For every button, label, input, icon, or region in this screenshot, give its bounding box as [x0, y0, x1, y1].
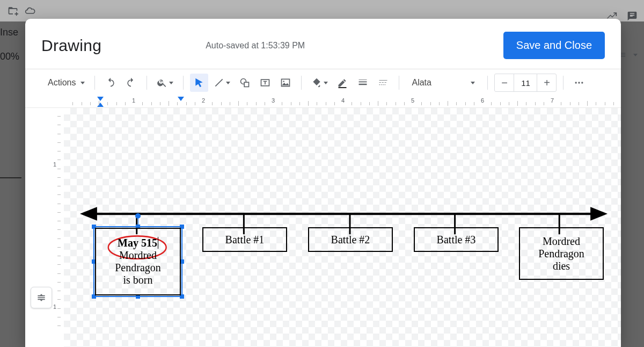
first-line-indent-marker[interactable] [97, 97, 104, 101]
rotation-handle[interactable] [135, 213, 141, 219]
timeline-box-4[interactable]: Battle #3 [414, 227, 499, 252]
pencil-underline-icon [337, 77, 348, 88]
zoom-icon [157, 77, 167, 88]
drawing-dialog: Drawing Auto-saved at 1:53:39 PM Save an… [25, 19, 621, 347]
select-tool[interactable] [190, 74, 208, 92]
box3-label: Battle #2 [331, 234, 370, 246]
font-size-control: − + [494, 74, 557, 92]
ruler-number: 5 [411, 97, 414, 104]
cursor-icon [194, 77, 204, 88]
svg-rect-1 [245, 82, 249, 86]
textbox-tool[interactable] [256, 74, 274, 92]
border-dash-button[interactable] [374, 74, 392, 92]
explore-button[interactable] [31, 287, 52, 308]
image-icon [280, 77, 291, 88]
ruler-number: 4 [341, 97, 345, 104]
svg-point-4 [283, 81, 285, 82]
box5-line3: dies [553, 260, 570, 272]
dialog-title: Drawing [41, 37, 101, 55]
drawing-toolbar: Actions Alata [25, 69, 621, 96]
box5-line1: Mordred [543, 235, 580, 248]
box1-line2: Pendragon [115, 262, 161, 274]
undo-button[interactable] [101, 74, 120, 92]
svg-marker-11 [590, 207, 608, 220]
ruler-number: 1 [132, 97, 135, 104]
right-indent-marker[interactable] [178, 97, 184, 101]
image-tool[interactable] [276, 74, 295, 92]
vertical-ruler[interactable]: 11 [50, 108, 64, 347]
fill-color-button[interactable] [308, 74, 331, 92]
svg-point-7 [579, 82, 580, 83]
horizontal-ruler[interactable]: 1234567 [25, 96, 621, 108]
ruler-number: 6 [481, 97, 484, 104]
left-indent-marker[interactable] [97, 103, 104, 107]
vruler-number: 1 [53, 303, 56, 310]
save-and-close-button[interactable]: Save and Close [503, 32, 605, 59]
font-size-decrease[interactable]: − [495, 74, 514, 91]
font-family-select[interactable]: Alata [406, 75, 481, 90]
svg-point-6 [575, 82, 577, 83]
timeline-box-1[interactable]: May 515 Mordred Pendragon is born [95, 228, 181, 295]
actions-menu[interactable]: Actions [41, 74, 88, 92]
font-name-label: Alata [412, 78, 431, 88]
border-color-button[interactable] [333, 74, 352, 92]
vruler-number: 1 [53, 161, 56, 168]
box2-label: Battle #1 [225, 234, 265, 246]
more-options-button[interactable] [570, 74, 588, 92]
dropdown-caret-icon [226, 82, 230, 84]
box1-line1: Mordred [119, 249, 157, 262]
box1-title[interactable]: May 515 [118, 237, 158, 249]
line-icon [214, 77, 224, 88]
dropdown-caret-icon [471, 82, 475, 84]
timeline-box-3[interactable]: Battle #2 [308, 227, 393, 252]
line-tool[interactable] [210, 74, 233, 92]
border-weight-button[interactable] [354, 74, 372, 92]
redo-icon [126, 77, 136, 88]
timeline-box-2[interactable]: Battle #1 [202, 227, 287, 252]
box1-line3: is born [123, 274, 153, 286]
timeline-box-5[interactable]: Mordred Pendragon dies [519, 227, 604, 280]
line-dash-icon [378, 77, 389, 88]
ruler-number: 3 [272, 97, 275, 104]
svg-rect-5 [339, 87, 347, 88]
drawing-canvas-container: 11 [25, 108, 621, 347]
more-horizontal-icon [574, 77, 584, 88]
box5-line2: Pendragon [538, 248, 584, 260]
dropdown-caret-icon [80, 82, 85, 84]
line-weight-icon [357, 77, 368, 88]
svg-point-8 [582, 82, 583, 83]
textbox-icon [260, 77, 270, 88]
shape-icon [239, 77, 250, 88]
ruler-number: 7 [551, 97, 554, 104]
box4-label: Battle #3 [437, 234, 476, 246]
zoom-menu[interactable] [153, 74, 177, 92]
dropdown-caret-icon [169, 82, 173, 84]
font-size-input[interactable] [514, 74, 537, 91]
undo-icon [105, 77, 116, 88]
svg-marker-10 [80, 207, 97, 220]
redo-button[interactable] [122, 74, 140, 92]
paint-bucket-icon [311, 77, 322, 88]
actions-label: Actions [45, 78, 79, 88]
shape-tool[interactable] [236, 74, 254, 92]
adjust-icon [36, 292, 47, 303]
font-size-increase[interactable]: + [537, 74, 556, 91]
dropdown-caret-icon [324, 82, 328, 84]
ruler-number: 2 [202, 97, 205, 104]
autosave-status: Auto-saved at 1:53:39 PM [114, 41, 491, 50]
